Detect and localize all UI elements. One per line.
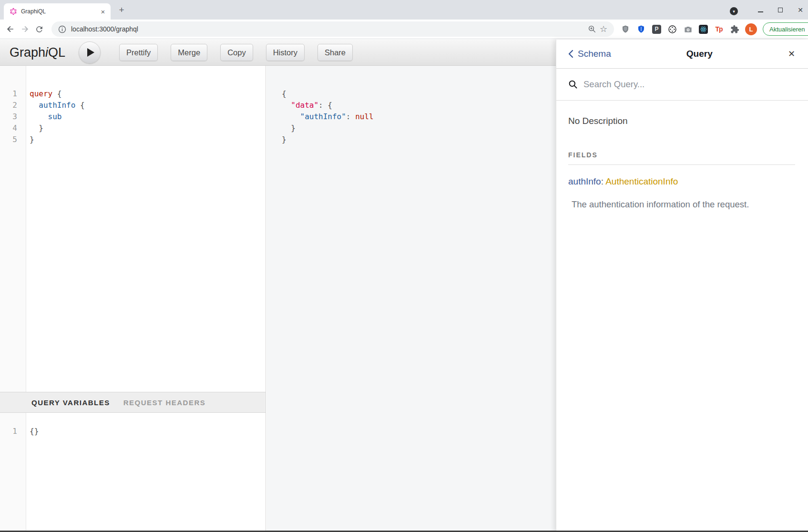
- fold-gutter: [17, 123, 27, 134]
- window-controls: ✕: [758, 0, 803, 20]
- query-editor[interactable]: 1query {2 authInfo {3 sub4 }5}: [0, 66, 266, 392]
- profile-avatar[interactable]: L: [745, 23, 757, 35]
- code-text: {}: [27, 426, 39, 437]
- field-colon: :: [601, 176, 606, 186]
- browser-toolbar: localhost:3000/graphql ☆ P: [0, 20, 808, 39]
- zoom-level-button[interactable]: [586, 23, 598, 35]
- zoom-magnifier-icon: [588, 25, 596, 33]
- chevron-left-icon: [568, 50, 573, 58]
- code-token: {: [52, 89, 61, 98]
- window-close-button[interactable]: ✕: [798, 7, 803, 13]
- code-text: "data": {: [278, 100, 332, 111]
- field-name-link[interactable]: authInfo: [568, 176, 601, 186]
- doc-search-row: [556, 69, 808, 101]
- code-token: {}: [30, 427, 39, 436]
- fold-arrow-icon[interactable]: [17, 88, 27, 100]
- chrome-update-menu-button[interactable]: Aktualisieren ⋮: [763, 22, 808, 36]
- page-content: GraphiQL Prettify Merge Copy History Sha…: [0, 40, 808, 532]
- ublock-extension-icon[interactable]: [621, 24, 630, 34]
- code-token: "authInfo": [300, 112, 346, 121]
- doc-back-link[interactable]: Schema: [568, 49, 611, 59]
- code-token: [282, 101, 291, 110]
- p-extension-icon[interactable]: P: [652, 25, 661, 34]
- camera-extension-icon[interactable]: [683, 24, 693, 34]
- code-line: "data": {: [266, 100, 556, 111]
- code-line: }: [266, 123, 556, 134]
- code-line: "authInfo": null: [266, 111, 556, 123]
- doc-explorer-header: Schema Query ✕: [556, 40, 808, 69]
- variables-editor[interactable]: 1{}: [0, 413, 266, 532]
- window-minimize-button[interactable]: [758, 6, 763, 14]
- reload-icon: [35, 25, 44, 34]
- scroll-extension-icon[interactable]: [667, 24, 677, 34]
- code-token: sub: [48, 112, 62, 121]
- fold-gutter: [266, 100, 278, 111]
- code-token: {: [75, 101, 84, 110]
- react-devtools-extension-icon[interactable]: [699, 25, 708, 34]
- code-line: }: [266, 134, 556, 145]
- tp-extension-icon[interactable]: Tp: [714, 24, 724, 34]
- play-icon: [87, 48, 94, 57]
- code-text: }: [278, 123, 296, 134]
- line-number: 2: [0, 100, 17, 111]
- execute-query-button[interactable]: [79, 41, 101, 63]
- code-token: query: [30, 89, 52, 98]
- line-number: 1: [0, 426, 17, 437]
- history-button[interactable]: History: [266, 44, 305, 61]
- minimize-icon: [758, 11, 763, 12]
- fold-gutter: [266, 111, 278, 123]
- field-description: The authentication information of the re…: [568, 199, 795, 210]
- code-token: [282, 112, 300, 121]
- prettify-button[interactable]: Prettify: [119, 44, 158, 61]
- code-line[interactable]: 4 }: [0, 123, 266, 134]
- code-token: }: [30, 135, 34, 144]
- logo-text: Graph: [10, 45, 45, 60]
- merge-button[interactable]: Merge: [171, 44, 207, 61]
- tab-search-button[interactable]: ▾: [730, 7, 738, 15]
- bitwarden-extension-icon[interactable]: [636, 24, 646, 34]
- code-token: authInfo: [39, 101, 75, 110]
- doc-close-button[interactable]: ✕: [788, 49, 795, 59]
- doc-search-input[interactable]: [583, 79, 784, 90]
- doc-explorer-panel: Schema Query ✕ No Description FIELDS aut…: [556, 40, 808, 532]
- code-line[interactable]: 5}: [0, 134, 266, 145]
- forward-button[interactable]: [18, 22, 31, 36]
- code-line[interactable]: 1query {: [0, 88, 266, 100]
- code-token: [30, 101, 39, 110]
- fold-arrow-icon[interactable]: [266, 88, 278, 100]
- extensions-puzzle-icon[interactable]: [730, 24, 739, 34]
- page-info-icon[interactable]: [58, 25, 66, 33]
- field-type-link[interactable]: AuthenticationInfo: [605, 176, 678, 186]
- graphql-favicon-icon: [10, 8, 17, 15]
- url-bar[interactable]: localhost:3000/graphql ☆: [51, 21, 614, 37]
- new-tab-button[interactable]: +: [116, 4, 127, 16]
- maximize-icon: [778, 8, 783, 12]
- tab-request-headers[interactable]: REQUEST HEADERS: [123, 399, 206, 407]
- back-button[interactable]: [4, 22, 17, 36]
- code-text: query {: [27, 88, 61, 100]
- search-icon: [568, 80, 578, 89]
- tab-query-variables[interactable]: QUERY VARIABLES: [31, 399, 110, 407]
- bookmark-star-icon[interactable]: ☆: [598, 23, 609, 35]
- browser-tab[interactable]: GraphiQL ×: [4, 3, 111, 20]
- reload-button[interactable]: [32, 22, 46, 36]
- window-maximize-button[interactable]: [778, 6, 783, 14]
- editor-area: 1query {2 authInfo {3 sub4 }5} QUERY VAR…: [0, 66, 556, 532]
- forward-arrow-icon: [20, 24, 30, 34]
- variables-tab-bar: QUERY VARIABLES REQUEST HEADERS: [0, 392, 266, 413]
- fields-divider: [568, 164, 795, 165]
- code-line[interactable]: 3 sub: [0, 111, 266, 123]
- code-line[interactable]: 1{}: [0, 426, 266, 437]
- code-line: {: [266, 88, 556, 100]
- copy-button[interactable]: Copy: [220, 44, 253, 61]
- doc-back-label: Schema: [578, 49, 611, 59]
- tab-close-icon[interactable]: ×: [99, 8, 107, 16]
- fold-gutter: [17, 100, 27, 111]
- code-token: [30, 112, 48, 121]
- share-button[interactable]: Share: [317, 44, 353, 61]
- type-description: No Description: [568, 116, 795, 126]
- line-number: 4: [0, 123, 17, 134]
- code-text: }: [27, 123, 43, 134]
- fold-gutter: [266, 134, 278, 145]
- code-line[interactable]: 2 authInfo {: [0, 100, 266, 111]
